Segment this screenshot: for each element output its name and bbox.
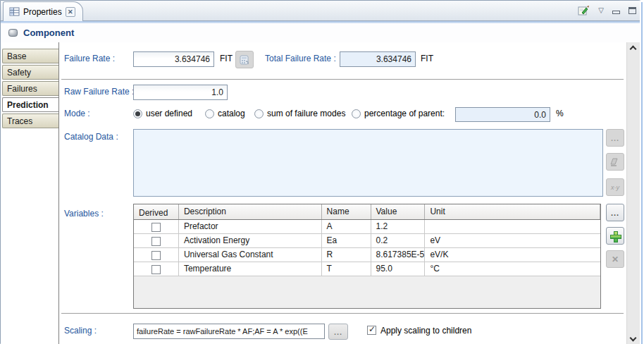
link-with-editor-icon[interactable] (578, 5, 590, 16)
apply-scaling-checkbox[interactable] (367, 326, 376, 335)
radio-sum-of-failure-modes-label[interactable]: sum of failure modes (267, 109, 345, 118)
apply-scaling-label[interactable]: Apply scaling to children (380, 326, 471, 336)
separator (61, 313, 624, 314)
formula-xy-icon: x·y (611, 184, 619, 191)
percentage-unit: % (556, 109, 564, 118)
column-header-description[interactable]: Description (179, 204, 322, 219)
calculate-button[interactable] (235, 51, 254, 68)
radio-percentage-of-parent[interactable] (352, 109, 361, 118)
variables-table: Derived Description Name Value Unit Pref… (133, 204, 601, 309)
ellipsis-icon: ... (611, 135, 619, 142)
add-plus-icon (610, 231, 620, 241)
calculator-icon (240, 55, 249, 65)
mode-label: Mode : (64, 109, 90, 118)
scroll-up-icon[interactable] (631, 47, 636, 51)
scaling-browse-button[interactable]: ... (328, 324, 348, 340)
form-header: Component (1, 23, 643, 42)
total-failure-rate-field: 3.634746 (340, 51, 416, 67)
window-edge-highlight (640, 1, 644, 344)
radio-catalog[interactable] (205, 109, 214, 118)
variables-label: Variables : (64, 209, 104, 219)
catalog-formula-button[interactable]: x·y (606, 178, 624, 196)
table-row[interactable]: Activation Energy Ea 0.2 eV (134, 234, 600, 248)
radio-percentage-of-parent-label[interactable]: percentage of parent: (364, 109, 445, 118)
derived-checkbox[interactable] (151, 251, 161, 260)
table-row[interactable]: Temperature T 95.0 °C (134, 262, 600, 276)
total-failure-rate-label: Total Failure Rate : (265, 54, 336, 63)
scroll-down-icon[interactable] (631, 336, 636, 340)
delete-variable-button[interactable]: ✕ (606, 250, 624, 268)
properties-view-window: Properties ✕ ▽ (0, 0, 644, 344)
radio-user-defined-label[interactable]: user defined (146, 109, 192, 118)
vertical-scrollbar[interactable] (626, 42, 640, 344)
scaling-label: Scaling : (64, 326, 97, 336)
tab-properties[interactable]: Properties ✕ (3, 1, 83, 21)
page-title: Component (23, 27, 74, 38)
delete-cross-icon: ✕ (612, 254, 619, 264)
sidebar-item-prediction[interactable]: Prediction (2, 97, 58, 112)
table-row[interactable]: Prefactor A 1.2 (134, 220, 600, 234)
maximize-icon[interactable] (628, 7, 636, 14)
tab-properties-label: Properties (23, 7, 62, 17)
radio-catalog-label[interactable]: catalog (218, 109, 245, 118)
view-menu-triangle-icon[interactable]: ▽ (598, 6, 604, 16)
ellipsis-icon: ... (611, 209, 619, 216)
column-header-name[interactable]: Name (322, 204, 371, 219)
sidebar-item-failures[interactable]: Failures (2, 81, 58, 96)
table-row[interactable]: Universal Gas Constant R 8.617385E-5 eV/… (134, 248, 600, 262)
raw-failure-rate-label: Raw Failure Rate : (64, 87, 134, 97)
close-icon[interactable]: ✕ (66, 7, 75, 17)
sidebar-item-base[interactable]: Base (2, 49, 58, 63)
column-header-unit[interactable]: Unit (425, 204, 600, 219)
eraser-icon (610, 158, 620, 166)
category-sidebar: Base Safety Failures Prediction Traces (1, 42, 59, 344)
add-variable-button[interactable] (606, 227, 624, 245)
total-failure-rate-unit: FIT (421, 54, 433, 63)
variables-browse-button[interactable]: ... (606, 204, 624, 221)
failure-rate-unit: FIT (220, 54, 233, 63)
variables-header-row: Derived Description Name Value Unit (134, 204, 600, 220)
catalog-browse-button[interactable]: ... (606, 129, 624, 147)
derived-checkbox[interactable] (151, 223, 161, 232)
percentage-field[interactable]: 0.0 (455, 107, 550, 122)
derived-checkbox[interactable] (151, 265, 161, 274)
catalog-data-label: Catalog Data : (64, 132, 118, 142)
failure-rate-label: Failure Rate : (64, 54, 115, 63)
scaling-formula-field[interactable]: failureRate = rawFailureRate * AF;AF = A… (133, 324, 325, 339)
derived-checkbox[interactable] (151, 237, 161, 246)
column-header-value[interactable]: Value (371, 204, 426, 219)
minimize-icon[interactable] (612, 11, 620, 14)
sidebar-item-traces[interactable]: Traces (2, 113, 58, 128)
sidebar-item-safety[interactable]: Safety (2, 65, 58, 80)
catalog-clear-button[interactable] (606, 153, 624, 171)
radio-user-defined[interactable] (133, 109, 142, 118)
properties-table-icon (9, 7, 20, 16)
prediction-form: Failure Rate : 3.634746 FIT Total Failur… (59, 42, 626, 344)
catalog-data-textarea[interactable] (133, 129, 603, 197)
component-cube-icon (8, 27, 18, 38)
failure-rate-field[interactable]: 3.634746 (133, 51, 214, 67)
radio-sum-of-failure-modes[interactable] (254, 109, 264, 118)
view-tab-bar: Properties ✕ ▽ (1, 1, 643, 21)
raw-failure-rate-field[interactable]: 1.0 (133, 85, 228, 100)
ellipsis-icon: ... (334, 328, 342, 336)
column-header-derived[interactable]: Derived (134, 204, 179, 219)
separator (61, 79, 624, 80)
